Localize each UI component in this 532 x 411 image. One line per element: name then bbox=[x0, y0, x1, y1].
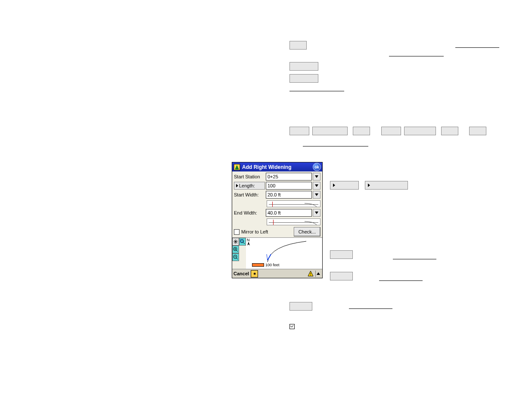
background-button bbox=[330, 272, 353, 280]
triangle-right-icon bbox=[368, 184, 370, 187]
titlebar[interactable]: Add Right Widening ok bbox=[232, 162, 322, 171]
star-icon[interactable]: ✷ bbox=[251, 270, 258, 277]
triangle-right-icon bbox=[333, 184, 335, 187]
dialog-body: Start Station 0+25 Length: 100 Start Wid… bbox=[232, 171, 322, 237]
end-width-input[interactable]: 40.0 ft bbox=[266, 209, 312, 217]
background-underline bbox=[455, 47, 499, 48]
start-station-input[interactable]: 0+25 bbox=[266, 173, 312, 181]
length-label: Length: bbox=[239, 183, 255, 188]
chevron-down-icon bbox=[315, 212, 318, 214]
zoom-in-button[interactable] bbox=[232, 246, 239, 253]
add-right-widening-dialog: Add Right Widening ok Start Station 0+25… bbox=[232, 162, 323, 278]
zoom-toolbar bbox=[232, 238, 246, 269]
background-button bbox=[289, 127, 309, 135]
background-underline bbox=[393, 259, 436, 259]
chevron-down-icon bbox=[315, 184, 318, 187]
zoom-extents-button[interactable] bbox=[232, 238, 239, 246]
background-checkbox bbox=[289, 324, 295, 329]
app-icon bbox=[233, 164, 240, 171]
start-station-dropdown[interactable] bbox=[313, 173, 320, 181]
svg-point-12 bbox=[310, 275, 311, 276]
cancel-button[interactable]: Cancel bbox=[233, 271, 249, 276]
end-width-slider-row bbox=[234, 218, 320, 226]
taper-curve-icon bbox=[305, 220, 317, 225]
zoom-out-button[interactable] bbox=[232, 253, 239, 261]
end-width-dropdown[interactable] bbox=[313, 209, 320, 217]
expand-up-icon[interactable] bbox=[315, 271, 321, 277]
preview-area: N 100 feet bbox=[232, 237, 322, 269]
background-button bbox=[404, 127, 436, 135]
background-button bbox=[289, 302, 312, 311]
background-button bbox=[441, 127, 458, 135]
background-underline bbox=[389, 56, 444, 56]
chevron-down-icon bbox=[315, 175, 318, 178]
svg-line-7 bbox=[236, 250, 238, 252]
zoom-window-button[interactable] bbox=[239, 238, 246, 246]
scale-bar: 100 feet bbox=[252, 263, 280, 267]
mirror-row: Mirror to Left Check... bbox=[234, 227, 320, 237]
check-button[interactable]: Check... bbox=[294, 227, 320, 237]
preview-canvas[interactable]: N 100 feet bbox=[246, 238, 322, 269]
length-row: Length: 100 bbox=[234, 182, 320, 190]
background-button bbox=[365, 181, 408, 190]
background-button bbox=[469, 127, 486, 135]
scale-label: 100 feet bbox=[265, 263, 280, 267]
start-station-label: Start Station bbox=[234, 174, 265, 179]
taper-curve-icon bbox=[305, 202, 317, 207]
length-input[interactable]: 100 bbox=[266, 182, 312, 190]
end-width-slider[interactable] bbox=[267, 218, 320, 225]
start-width-input[interactable]: 20.0 ft bbox=[266, 191, 312, 199]
dialog-footer: Cancel ✷ bbox=[232, 269, 322, 278]
start-width-slider-row bbox=[234, 200, 320, 208]
end-width-label: End Width: bbox=[234, 210, 265, 215]
mirror-checkbox[interactable] bbox=[234, 229, 240, 235]
background-button bbox=[289, 74, 318, 83]
background-underline bbox=[303, 146, 368, 146]
length-dropdown[interactable] bbox=[313, 182, 320, 190]
background-underline bbox=[349, 308, 392, 309]
start-width-row: Start Width: 20.0 ft bbox=[234, 191, 320, 199]
background-button bbox=[381, 127, 401, 135]
chevron-down-icon bbox=[315, 193, 318, 196]
svg-line-2 bbox=[243, 243, 245, 244]
svg-line-10 bbox=[236, 258, 238, 259]
background-button bbox=[330, 250, 353, 259]
mirror-label: Mirror to Left bbox=[241, 229, 268, 234]
start-station-row: Start Station 0+25 bbox=[234, 173, 320, 181]
ok-button[interactable]: ok bbox=[313, 163, 321, 171]
warning-icon[interactable] bbox=[307, 271, 314, 277]
background-button bbox=[312, 127, 348, 135]
background-underline bbox=[379, 280, 423, 281]
triangle-right-icon bbox=[236, 184, 238, 187]
background-button bbox=[289, 62, 318, 71]
road-curve bbox=[255, 240, 316, 264]
end-width-row: End Width: 40.0 ft bbox=[234, 209, 320, 217]
dialog-title: Add Right Widening bbox=[242, 164, 311, 170]
north-arrow-icon: N bbox=[247, 238, 250, 246]
background-button bbox=[353, 127, 370, 135]
background-underline bbox=[289, 91, 344, 91]
length-toggle-button[interactable]: Length: bbox=[234, 182, 265, 190]
start-width-dropdown[interactable] bbox=[313, 191, 320, 199]
start-width-label: Start Width: bbox=[234, 192, 265, 197]
background-button bbox=[289, 41, 307, 50]
start-width-slider[interactable] bbox=[267, 200, 320, 207]
